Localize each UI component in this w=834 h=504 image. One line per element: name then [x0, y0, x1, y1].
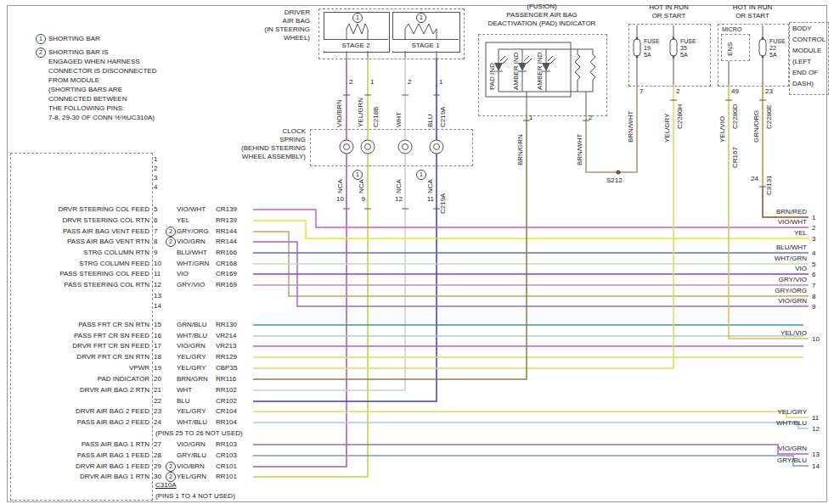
shorting-bar-marker: 2 [166, 237, 176, 247]
right-pin-number: 5 [812, 260, 815, 268]
wire-color-code: WHT/BLU [177, 332, 207, 339]
shorting-bar-marker: 2 [166, 227, 176, 237]
wire-pin-number: 24 [751, 175, 758, 182]
circuit-number: VR214 [216, 332, 236, 339]
clock-spring-title: SPRING [209, 136, 306, 144]
clockspring-pin-number: 11 [423, 195, 434, 203]
pin-number: 15 [154, 321, 161, 328]
wire-color-code: WHT/GRN [177, 260, 209, 267]
right-pin-number: 1 [812, 214, 815, 221]
hot-in-run-title: HOT IN RUN [718, 3, 787, 12]
right-wire-color: VIO/GRN [722, 297, 807, 305]
wire-color-code: VIO/GRN [177, 342, 206, 350]
pin-row-label: PASS STEERING COL FEED [5, 270, 149, 277]
pin-number: 27 [154, 440, 161, 448]
shorting-bar-marker: 1 [352, 170, 363, 180]
wire-vertical-label: C219A [440, 107, 447, 127]
pin-row-label: PASS AIR BAG VENT RTN [5, 238, 149, 245]
right-wire-color: WHT/BLU [722, 419, 807, 427]
wire-pin-number: 1 [370, 78, 374, 86]
circuit-number: CR102 [216, 397, 237, 405]
note-2-line: 7-8, 29-30 OF CONN %%UC310A) [48, 114, 155, 121]
wire-vertical-label: WHT [396, 112, 403, 127]
wire-color-code: YEL/GRY [177, 353, 206, 361]
right-pin-number: 13 [812, 451, 820, 458]
pad-title: PASSENGER AIR BAG [478, 11, 606, 20]
pin-number: 16 [154, 332, 161, 339]
right-wire-color: BRN/RED [722, 208, 807, 216]
wire-pin-number: 49 [731, 87, 739, 95]
pin-row-label: STRG COLUMN RTN [5, 249, 149, 256]
hot-in-run-title: HOT IN RUN [628, 3, 709, 12]
wire-vertical-label: NCA [358, 179, 365, 193]
pin-row-label: DRVR STEERING COL RTN [5, 216, 149, 224]
note-2-marker: 2 [36, 48, 46, 58]
wire-vertical-label: VIO/BRN [336, 99, 343, 127]
note-2-line: THE FOLLOWING PINS: [48, 104, 124, 112]
circuit-number: RR130 [216, 321, 237, 328]
wire-pin-number: 7 [640, 87, 643, 95]
wire-vertical-label: C2280D [732, 104, 739, 129]
circuit-number: RR169 [216, 281, 237, 288]
pin-row-label: PAD INDICATOR [5, 375, 149, 383]
pin-row-label: DRVR AIR BAG 2 FEED [5, 407, 149, 415]
circuit-number: RR102 [216, 386, 237, 394]
driver-airbag-title: (IN STEERING [221, 25, 310, 34]
pin-row-label: PASS AIR BAG 2 FEED [5, 418, 149, 426]
wire-color-code: BRN/GRN [177, 375, 208, 383]
wire-pin-number: 2 [408, 78, 411, 86]
wire-vertical-label: NCA [427, 179, 434, 193]
wire-vertical-label: BLU [427, 114, 434, 127]
wire-vertical-label: BRN/WHT [628, 111, 634, 143]
wire-pin-number: 2 [349, 78, 352, 86]
driver-airbag-title: DRIVER [221, 8, 310, 17]
right-pin-number: 4 [812, 249, 815, 257]
circuit-number: RR144 [216, 238, 237, 245]
bcm-title: BODY [792, 25, 812, 33]
wire-color-code: GRY/ORG [177, 227, 209, 235]
circuit-number: RR144 [216, 227, 237, 235]
wire-vertical-label: ENS [727, 42, 734, 56]
shorting-bar-marker: 1 [416, 170, 426, 180]
wire-vertical-label: C2280E [766, 104, 773, 129]
wire-vertical-label: YEL/GRY [664, 113, 671, 143]
pin-number: 28 [154, 451, 161, 459]
pin-number: 22 [154, 397, 161, 405]
wire-color-code: VIO/GRN [177, 440, 206, 448]
circuit-number: RR101 [216, 473, 237, 480]
circuit-number: CR168 [216, 260, 237, 267]
wire-vertical-label: C219A [440, 193, 447, 214]
wire-color-code: VIO [177, 270, 189, 277]
wire-vertical-label: BRN/GRN [517, 134, 524, 165]
right-wire-color: GRY/ORG [722, 287, 807, 294]
right-wire-color: VIO/GRN [722, 445, 807, 452]
pin-row-label: PASS FRT CR SN RTN [5, 321, 149, 328]
wire-pin-number: 1 [529, 114, 533, 121]
stage2-label: STAGE 2 [324, 39, 388, 51]
wire-color-code: GRY/VIO [177, 281, 205, 288]
clockspring-pin-number: 9 [354, 195, 365, 203]
fuse-box-left [628, 24, 711, 87]
wire-vertical-label: NCA [337, 179, 344, 193]
driver-airbag-title: AIR BAG [221, 17, 310, 25]
wire-vertical-label: YEL/VIO [719, 116, 726, 143]
pin-number: 11 [154, 270, 161, 277]
wire-color-code: YEL/GRN [177, 473, 206, 480]
circuit-number: RR139 [216, 216, 237, 224]
right-wire-color: YEL [722, 229, 807, 237]
pin-number: 19 [154, 364, 161, 372]
clock-spring-title: (BEHIND STEERING [209, 144, 306, 153]
pins-unused-note: (PINS 25 TO 26 NOT USED) [155, 429, 243, 437]
bcm-title: (LEFT [792, 58, 811, 66]
right-wire-color: YEL/GRY [722, 408, 807, 416]
led-label: AMBER IND [513, 53, 520, 90]
clock-spring-box [310, 129, 473, 166]
shorting-bar-marker: 1 [352, 13, 363, 23]
wire-color-code: BLU/WHT [177, 249, 207, 256]
right-wire-color: VIO [722, 265, 807, 272]
right-wire-color: VIO/WHT [722, 218, 807, 226]
driver-airbag-title: WHEEL) [221, 34, 310, 42]
note-2-line: CONNECTED BETWEEN [48, 95, 127, 103]
pin-number: 17 [154, 342, 161, 350]
pin-number: 2 [154, 165, 157, 172]
